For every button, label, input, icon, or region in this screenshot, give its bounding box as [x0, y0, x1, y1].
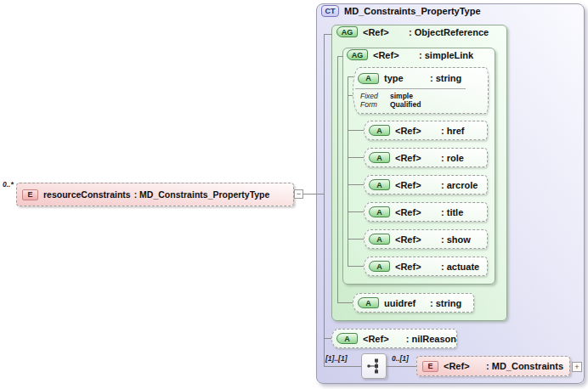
attribute-name: <Ref> [395, 153, 441, 163]
attribute-type: : role [441, 153, 464, 163]
attribute-badge-icon: A [369, 206, 390, 217]
attribute-group-badge-icon: AG [347, 49, 368, 60]
complex-type-title: MD_Constraints_PropertyType [344, 6, 481, 16]
attribute-group-badge-icon: AG [336, 26, 358, 37]
attribute-name: <Ref> [395, 180, 441, 190]
connector-line [324, 366, 361, 367]
facet-label: Form [360, 100, 390, 109]
connector-line [337, 56, 343, 57]
uuidref-attribute-box[interactable]: A uuidref : string [353, 293, 474, 313]
complex-type-badge-icon: CT [321, 5, 339, 17]
facet-value: Qualified [390, 100, 421, 109]
attribute-name: uuidref [384, 298, 430, 308]
nilreason-attribute-box[interactable]: A <Ref> : nilReason [331, 329, 457, 348]
connector-line [348, 211, 365, 212]
attribute-badge-icon: A [336, 333, 358, 344]
element-type: : MD_Constraints_PropertyType [134, 189, 270, 200]
facet-label: Fixed [360, 92, 390, 100]
objectreference-group-header: AG <Ref> : ObjectReference [336, 26, 489, 37]
expand-handle[interactable]: + [572, 362, 582, 372]
group-name: <Ref> [373, 50, 419, 60]
plus-icon: + [574, 364, 579, 371]
occurrence-label: 0..[1] [392, 354, 409, 363]
element-badge-icon: E [422, 361, 438, 372]
attribute-type: : nilReason [406, 334, 456, 344]
attribute-type: : title [441, 207, 463, 217]
group-type: : ObjectReference [409, 27, 489, 37]
simplelink-group-header: AG <Ref> : simpleLink [347, 49, 473, 60]
attribute-type: : actuate [441, 262, 479, 272]
facet-list: Fixed simple Form Qualified [353, 89, 488, 109]
attribute-type: : href [441, 126, 465, 136]
element-type: : MD_Constraints [486, 361, 563, 371]
attribute-name: <Ref> [395, 126, 441, 136]
connector-line [348, 76, 348, 266]
occurrence-label: 0..* [3, 180, 14, 189]
attribute-badge-icon: A [358, 297, 379, 308]
element-name: <Ref> [444, 361, 486, 371]
connector-line [348, 130, 365, 131]
title-attribute-box[interactable]: A <Ref> : title [364, 202, 488, 222]
resourceconstraints-element[interactable]: E resourceConstraints : MD_Constraints_P… [16, 183, 294, 206]
attribute-name: <Ref> [395, 234, 441, 245]
element-name: resourceConstraints [43, 189, 131, 200]
facet-row: Fixed simple [360, 92, 488, 100]
facet-value: simple [390, 92, 413, 100]
sequence-icon [365, 358, 382, 375]
attribute-name: type [384, 73, 430, 83]
attribute-name: <Ref> [363, 334, 406, 344]
connector-line [348, 76, 353, 77]
actuate-attribute-box[interactable]: A <Ref> : actuate [364, 257, 488, 276]
mdconstraints-element[interactable]: E <Ref> : MD_Constraints [416, 356, 570, 376]
connector-line [348, 184, 365, 185]
attribute-name: <Ref> [395, 207, 441, 217]
attribute-name: <Ref> [395, 262, 441, 272]
attribute-badge-icon: A [369, 179, 390, 190]
attribute-badge-icon: A [358, 73, 379, 84]
connector-line [337, 302, 353, 303]
connector-line [303, 194, 325, 194]
connector-line [324, 34, 332, 35]
group-name: <Ref> [363, 27, 409, 37]
complex-type-header: CT MD_Constraints_PropertyType [321, 5, 481, 17]
attribute-badge-icon: A [369, 261, 390, 272]
attribute-type: : string [430, 73, 461, 83]
attribute-badge-icon: A [369, 152, 390, 163]
sequence-compositor[interactable] [361, 353, 387, 379]
attribute-type: : string [430, 298, 461, 308]
facet-row: Form Qualified [360, 100, 488, 109]
element-badge-icon: E [22, 189, 38, 200]
connector-line [324, 34, 325, 367]
connector-line [348, 266, 365, 267]
attribute-badge-icon: A [369, 234, 390, 245]
type-attribute-box[interactable]: A type : string Fixed simple Form Qualif… [353, 67, 489, 114]
group-type: : simpleLink [419, 50, 473, 60]
schema-diagram-canvas: 0..* E resourceConstraints : MD_Constrai… [0, 0, 588, 389]
minus-icon: − [297, 190, 301, 198]
attribute-row: A type : string [353, 68, 488, 88]
attribute-type: : show [441, 234, 471, 245]
connector-line [348, 157, 365, 158]
connector-line [337, 56, 338, 302]
connector-line [348, 239, 365, 240]
show-attribute-box[interactable]: A <Ref> : show [364, 229, 488, 249]
arcrole-attribute-box[interactable]: A <Ref> : arcrole [364, 175, 488, 194]
occurrence-label: [1]..[1] [325, 354, 348, 363]
attribute-badge-icon: A [369, 125, 390, 136]
attribute-type: : arcrole [441, 180, 478, 190]
collapse-handle[interactable]: − [294, 189, 303, 199]
role-attribute-box[interactable]: A <Ref> : role [364, 148, 488, 167]
connector-line [387, 366, 416, 367]
href-attribute-box[interactable]: A <Ref> : href [364, 121, 488, 140]
